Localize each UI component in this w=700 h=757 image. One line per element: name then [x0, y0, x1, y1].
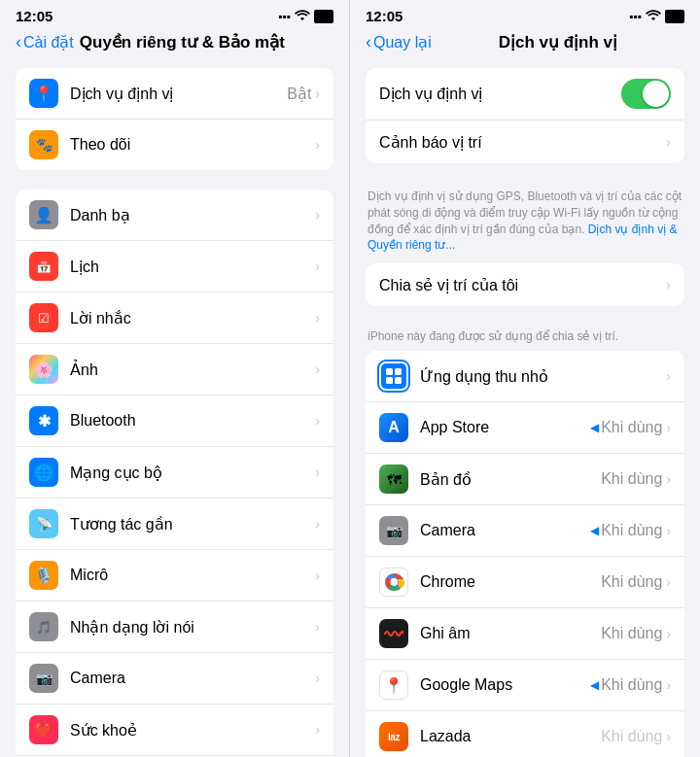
- right-top-group: Dịch vụ định vị Cảnh báo vị trí ›: [366, 68, 684, 163]
- reminders-label: Lời nhắc: [70, 309, 315, 327]
- appstore-chevron: ›: [666, 420, 671, 435]
- widget-chevron: ›: [666, 368, 671, 384]
- maps-row[interactable]: 🗺 Bản đồ Khi dùng ›: [366, 454, 684, 505]
- location-alert-row[interactable]: Cảnh báo vị trí ›: [366, 120, 684, 163]
- left-panel: 12:05 ▪▪▪ 72 ‹ Cài đặt Quyền riêng tư & …: [0, 0, 350, 757]
- svg-rect-2: [386, 377, 393, 384]
- voice-memo-value: Khi dùng: [601, 625, 662, 642]
- tracking-label: Theo dõi: [70, 136, 315, 154]
- calendar-label: Lịch: [70, 258, 315, 276]
- microphone-row[interactable]: 🎙️ Micrô ›: [16, 550, 333, 602]
- location-value: Bật: [287, 85, 311, 103]
- bluetooth-chevron: ›: [315, 413, 320, 429]
- maps-icon: 🗺: [379, 465, 408, 494]
- chrome-icon: [379, 568, 408, 597]
- bluetooth-row[interactable]: ✱ Bluetooth ›: [16, 396, 333, 447]
- share-location-label: Chia sẻ vị trí của tôi: [379, 276, 666, 294]
- camera-location-arrow: ◀: [590, 524, 599, 537]
- speech-row[interactable]: 🎵 Nhận dạng lời nói ›: [16, 602, 333, 653]
- reminders-icon: ☑: [29, 303, 58, 332]
- camera-app-row[interactable]: 📷 Camera ◀ Khi dùng ›: [366, 505, 684, 557]
- contacts-label: Danh bạ: [70, 206, 315, 224]
- right-content: Dịch vụ định vị Cảnh báo vị trí › Dịch v…: [350, 60, 700, 757]
- camera-row[interactable]: 📷 Camera ›: [16, 653, 333, 705]
- left-back-chevron: ‹: [16, 32, 21, 52]
- local-network-icon: 🌐: [29, 458, 58, 487]
- camera-app-value: Khi dùng: [601, 522, 662, 539]
- nearby-row[interactable]: 📡 Tương tác gần ›: [16, 499, 333, 550]
- lazada-chevron: ›: [666, 729, 671, 744]
- local-network-row[interactable]: 🌐 Mạng cục bộ ›: [16, 447, 333, 499]
- left-app-group: 👤 Danh bạ › 📅 Lịch › ☑ Lời nhắc › 🌸 Ảnh …: [16, 189, 333, 757]
- microphone-label: Micrô: [70, 567, 315, 584]
- camera-app-label: Camera: [420, 522, 590, 539]
- health-icon: ❤️: [29, 715, 58, 744]
- bluetooth-icon: ✱: [29, 406, 58, 435]
- voice-memo-label: Ghi âm: [420, 625, 601, 642]
- svg-rect-1: [395, 368, 402, 375]
- appstore-label: App Store: [420, 419, 590, 436]
- googlemaps-chevron: ›: [666, 677, 671, 693]
- googlemaps-value: Khi dùng: [601, 676, 662, 694]
- widget-icon: [379, 361, 408, 391]
- right-time: 12:05: [366, 8, 402, 24]
- microphone-icon: 🎙️: [29, 561, 58, 590]
- camera-app-chevron: ›: [666, 523, 671, 538]
- location-toggle-switch[interactable]: [621, 79, 671, 109]
- lazada-row[interactable]: laz Lazada Khi dùng ›: [366, 711, 684, 757]
- share-location-row[interactable]: Chia sẻ vị trí của tôi ›: [366, 263, 684, 306]
- camera-chevron: ›: [315, 671, 320, 686]
- appstore-location-arrow: ◀: [590, 421, 599, 434]
- maps-chevron: ›: [666, 471, 671, 487]
- appstore-icon: A: [379, 413, 408, 442]
- widget-row[interactable]: Ứng dụng thu nhỏ ›: [366, 351, 684, 402]
- tracking-row[interactable]: 🐾 Theo dõi ›: [16, 120, 333, 170]
- contacts-chevron: ›: [315, 207, 320, 223]
- calendar-row[interactable]: 📅 Lịch ›: [16, 241, 333, 292]
- left-page-title: Quyền riêng tư & Bảo mật: [80, 32, 285, 52]
- googlemaps-row[interactable]: 📍 Google Maps ◀ Khi dùng ›: [366, 660, 684, 711]
- camera-app-icon: 📷: [379, 516, 408, 545]
- right-back-button[interactable]: Quay lại: [373, 33, 432, 52]
- location-toggle-row[interactable]: Dịch vụ định vị: [366, 68, 684, 120]
- left-nav-bar: ‹ Cài đặt Quyền riêng tư & Bảo mật: [0, 28, 349, 60]
- maps-value: Khi dùng: [601, 470, 662, 488]
- nearby-chevron: ›: [315, 516, 320, 532]
- location-alert-chevron: ›: [666, 134, 671, 150]
- photos-row[interactable]: 🌸 Ảnh ›: [16, 344, 333, 396]
- appstore-row[interactable]: A App Store ◀ Khi dùng ›: [366, 402, 684, 454]
- calendar-icon: 📅: [29, 252, 58, 281]
- location-chevron: ›: [315, 86, 320, 101]
- googlemaps-location-arrow: ◀: [590, 678, 599, 692]
- left-status-bar: 12:05 ▪▪▪ 72: [0, 0, 349, 28]
- voice-memo-row[interactable]: Ghi âm Khi dùng ›: [366, 608, 684, 660]
- maps-label: Bản đồ: [420, 470, 601, 489]
- voice-memo-icon: [379, 619, 408, 648]
- bluetooth-label: Bluetooth: [70, 412, 315, 430]
- health-row[interactable]: ❤️ Sức khoẻ ›: [16, 705, 333, 756]
- chrome-chevron: ›: [666, 574, 671, 590]
- photos-label: Ảnh: [70, 361, 315, 379]
- left-back-button[interactable]: Cài đặt: [23, 33, 74, 52]
- camera-icon: 📷: [29, 664, 58, 693]
- location-toggle-label: Dịch vụ định vị: [379, 85, 621, 103]
- battery-indicator: 72: [314, 10, 333, 23]
- right-back-chevron: ‹: [366, 32, 371, 52]
- local-network-chevron: ›: [315, 465, 320, 480]
- speech-chevron: ›: [315, 619, 320, 635]
- microphone-chevron: ›: [315, 568, 320, 583]
- location-services-row[interactable]: 📍 Dịch vụ định vị Bật ›: [16, 68, 333, 120]
- right-nav-bar: ‹ Quay lại Dịch vụ định vị: [350, 28, 700, 60]
- chrome-value: Khi dùng: [601, 573, 662, 591]
- left-content: 📍 Dịch vụ định vị Bật › 🐾 Theo dõi › 👤 D…: [0, 60, 349, 757]
- googlemaps-label: Google Maps: [420, 676, 590, 694]
- chrome-row[interactable]: Chrome Khi dùng ›: [366, 557, 684, 608]
- nearby-icon: 📡: [29, 509, 58, 538]
- lazada-value: Khi dùng: [601, 728, 662, 745]
- health-label: Sức khoẻ: [70, 721, 315, 740]
- reminders-row[interactable]: ☑ Lời nhắc ›: [16, 292, 333, 344]
- contacts-row[interactable]: 👤 Danh bạ ›: [16, 189, 333, 241]
- photos-icon: 🌸: [29, 355, 58, 384]
- camera-label: Camera: [70, 670, 315, 687]
- svg-rect-3: [395, 377, 402, 384]
